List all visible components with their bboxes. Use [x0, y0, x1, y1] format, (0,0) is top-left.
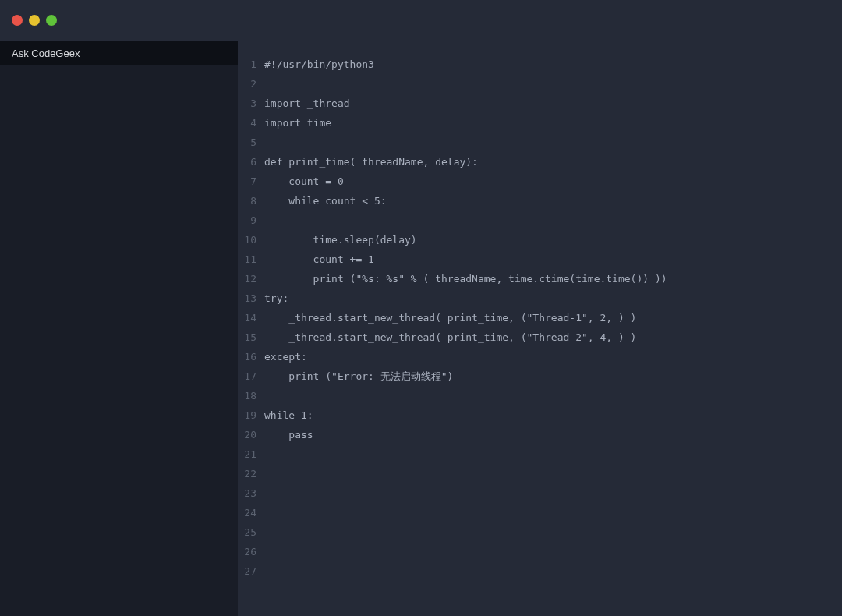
line-number: 5 [238, 133, 264, 152]
code-line[interactable]: 20 pass [238, 425, 842, 444]
code-text: import time [264, 113, 331, 133]
line-number: 10 [238, 230, 264, 250]
traffic-lights [12, 15, 57, 26]
code-line[interactable]: 14 _thread.start_new_thread( print_time,… [238, 308, 842, 327]
line-number: 9 [238, 211, 264, 230]
line-number: 19 [238, 405, 264, 425]
code-line[interactable]: 12 print ("%s: %s" % ( threadName, time.… [238, 269, 842, 289]
line-number: 25 [238, 522, 264, 542]
code-text: time.sleep(delay) [264, 230, 417, 250]
code-text: import _thread [264, 94, 350, 113]
code-line[interactable]: 25 [238, 522, 842, 542]
line-number: 13 [238, 289, 264, 308]
code-editor[interactable]: 1#!/usr/bin/python323import _thread4impo… [238, 55, 842, 581]
maximize-icon[interactable] [46, 15, 57, 26]
code-text: print ("%s: %s" % ( threadName, time.cti… [264, 269, 667, 289]
code-line[interactable]: 4import time [238, 113, 842, 133]
code-text: print ("Error: 无法启动线程") [264, 366, 453, 386]
code-line[interactable]: 11 count += 1 [238, 250, 842, 269]
minimize-icon[interactable] [29, 15, 40, 26]
code-text: _thread.start_new_thread( print_time, ("… [264, 327, 636, 347]
line-number: 3 [238, 94, 264, 113]
titlebar [0, 0, 842, 41]
code-line[interactable]: 5 [238, 133, 842, 152]
line-number: 14 [238, 308, 264, 327]
code-line[interactable]: 13try: [238, 289, 842, 308]
code-line[interactable]: 10 time.sleep(delay) [238, 230, 842, 250]
code-text: try: [264, 289, 288, 308]
code-line[interactable]: 26 [238, 542, 842, 561]
close-icon[interactable] [12, 15, 23, 26]
code-line[interactable]: 6def print_time( threadName, delay): [238, 152, 842, 172]
line-number: 12 [238, 269, 264, 289]
line-number: 8 [238, 191, 264, 211]
code-text: while 1: [264, 405, 313, 425]
sidebar-tab-label: Ask CodeGeex [12, 48, 80, 59]
line-number: 4 [238, 113, 264, 133]
code-text: pass [264, 425, 313, 444]
code-line[interactable]: 18 [238, 386, 842, 405]
code-line[interactable]: 3import _thread [238, 94, 842, 113]
code-line[interactable]: 1#!/usr/bin/python3 [238, 55, 842, 74]
line-number: 18 [238, 386, 264, 405]
code-line[interactable]: 9 [238, 211, 842, 230]
line-number: 15 [238, 327, 264, 347]
editor-panel: 1#!/usr/bin/python323import _thread4impo… [238, 41, 842, 616]
line-number: 11 [238, 250, 264, 269]
line-number: 2 [238, 74, 264, 94]
code-line[interactable]: 27 [238, 561, 842, 581]
line-number: 27 [238, 561, 264, 581]
code-text: #!/usr/bin/python3 [264, 55, 374, 74]
main-area: Ask CodeGeex 1#!/usr/bin/python323import… [0, 41, 842, 616]
sidebar-tab-ask-codegeex[interactable]: Ask CodeGeex [0, 41, 238, 65]
line-number: 22 [238, 464, 264, 483]
code-line[interactable]: 7 count = 0 [238, 172, 842, 191]
code-line[interactable]: 24 [238, 503, 842, 522]
line-number: 1 [238, 55, 264, 74]
code-line[interactable]: 17 print ("Error: 无法启动线程") [238, 366, 842, 386]
code-line[interactable]: 19while 1: [238, 405, 842, 425]
line-number: 6 [238, 152, 264, 172]
line-number: 21 [238, 444, 264, 464]
code-text: except: [264, 347, 307, 366]
sidebar: Ask CodeGeex [0, 41, 238, 616]
code-text: _thread.start_new_thread( print_time, ("… [264, 308, 636, 327]
code-line[interactable]: 21 [238, 444, 842, 464]
code-line[interactable]: 16except: [238, 347, 842, 366]
line-number: 17 [238, 366, 264, 386]
code-text: def print_time( threadName, delay): [264, 152, 478, 172]
code-line[interactable]: 2 [238, 74, 842, 94]
code-line[interactable]: 15 _thread.start_new_thread( print_time,… [238, 327, 842, 347]
line-number: 23 [238, 483, 264, 503]
line-number: 26 [238, 542, 264, 561]
line-number: 20 [238, 425, 264, 444]
code-text: count = 0 [264, 172, 344, 191]
code-text: count += 1 [264, 250, 374, 269]
line-number: 24 [238, 503, 264, 522]
line-number: 7 [238, 172, 264, 191]
code-line[interactable]: 8 while count < 5: [238, 191, 842, 211]
code-line[interactable]: 22 [238, 464, 842, 483]
code-text: while count < 5: [264, 191, 387, 211]
code-line[interactable]: 23 [238, 483, 842, 503]
line-number: 16 [238, 347, 264, 366]
